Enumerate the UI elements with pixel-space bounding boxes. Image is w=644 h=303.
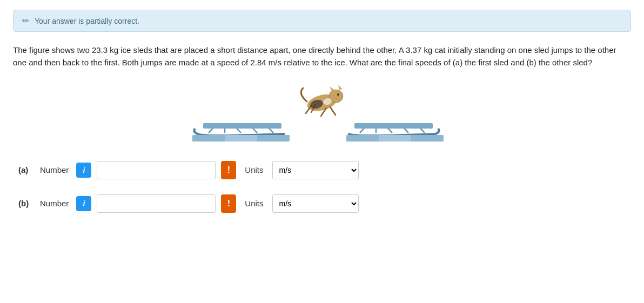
part-label-a: (a): [18, 165, 35, 174]
problem-text: The figure shows two 23.3 kg ice sleds t…: [13, 44, 631, 69]
svg-point-25: [337, 93, 339, 96]
exclaim-button-a[interactable]: !: [221, 161, 236, 179]
svg-rect-16: [257, 135, 290, 142]
page-wrapper: ✏ Your answer is partially correct. The …: [0, 0, 644, 238]
svg-rect-5: [203, 123, 281, 129]
sled-scene-svg: [176, 85, 468, 145]
info-button-a[interactable]: i: [76, 163, 91, 178]
svg-rect-19: [411, 135, 444, 142]
units-label-a: Units: [245, 165, 263, 174]
svg-rect-18: [379, 135, 411, 142]
svg-line-27: [330, 107, 336, 115]
answer-row-b: (b) Number i ! Units m/s km/h ft/s: [13, 194, 631, 213]
part-label-b: (b): [18, 199, 35, 208]
svg-rect-17: [346, 135, 379, 142]
alert-banner: ✏ Your answer is partially correct.: [13, 10, 631, 32]
alert-text: Your answer is partially correct.: [35, 17, 139, 25]
info-button-b[interactable]: i: [76, 196, 91, 211]
svg-rect-14: [192, 135, 225, 142]
answer-row-a: (a) Number i ! Units m/s km/h ft/s: [13, 161, 631, 179]
exclaim-button-b[interactable]: !: [221, 194, 236, 213]
units-label-b: Units: [245, 199, 263, 208]
svg-marker-23: [338, 85, 343, 90]
number-input-a[interactable]: [97, 161, 216, 179]
number-input-b[interactable]: [97, 194, 216, 213]
pencil-icon: ✏: [22, 16, 29, 26]
number-label-a: Number: [40, 165, 69, 174]
svg-rect-15: [225, 135, 257, 142]
number-label-b: Number: [40, 199, 69, 208]
svg-rect-11: [354, 123, 433, 129]
units-select-b[interactable]: m/s km/h ft/s: [272, 194, 359, 213]
units-select-a[interactable]: m/s km/h ft/s: [272, 161, 359, 179]
figure-area: [13, 80, 631, 145]
